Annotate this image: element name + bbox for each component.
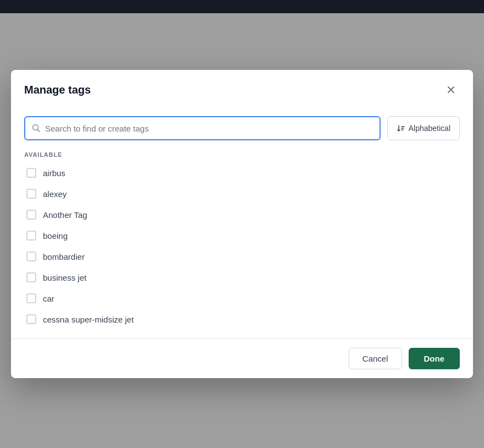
tag-item[interactable]: Another Tag [24, 204, 460, 225]
tag-item[interactable]: bombardier [24, 246, 460, 267]
sort-button[interactable]: Alphabetical [387, 116, 460, 140]
available-label: AVAILABLE [24, 151, 460, 158]
modal-footer: Cancel Done [11, 338, 473, 378]
tag-item[interactable]: airbus [24, 162, 460, 183]
tag-checkbox-alexey[interactable] [26, 189, 36, 199]
tag-checkbox-another-tag[interactable] [26, 210, 36, 220]
tag-checkbox-car[interactable] [26, 293, 36, 303]
tag-list: airbusalexeyAnother Tagboeingbombardierb… [24, 162, 460, 330]
modal-header: Manage tags [11, 70, 473, 107]
done-button[interactable]: Done [409, 348, 460, 369]
tag-label-airbus[interactable]: airbus [43, 168, 65, 178]
close-button[interactable] [442, 81, 460, 99]
modal-body: Alphabetical AVAILABLE airbusalexeyAnoth… [11, 107, 473, 338]
tag-item[interactable]: business jet [24, 267, 460, 288]
tag-checkbox-cessna-super-midsize-jet[interactable] [26, 314, 36, 324]
tag-label-bombardier[interactable]: bombardier [43, 252, 85, 261]
manage-tags-modal: Manage tags [11, 70, 473, 378]
tag-item[interactable]: alexey [24, 183, 460, 204]
search-icon [32, 124, 41, 133]
tag-item[interactable]: cessna super-midsize jet [24, 309, 460, 330]
tag-label-cessna-super-midsize-jet[interactable]: cessna super-midsize jet [43, 315, 134, 324]
tag-label-business-jet[interactable]: business jet [43, 273, 86, 282]
tag-item[interactable]: boeing [24, 225, 460, 246]
tag-label-car[interactable]: car [43, 294, 54, 303]
tag-checkbox-airbus[interactable] [26, 168, 36, 178]
tag-checkbox-bombardier[interactable] [26, 252, 36, 261]
sort-button-label: Alphabetical [409, 124, 450, 133]
search-row: Alphabetical [24, 116, 460, 140]
cancel-button[interactable]: Cancel [349, 348, 402, 369]
search-input-wrapper [24, 116, 381, 140]
tag-label-another-tag[interactable]: Another Tag [43, 210, 87, 220]
tag-label-boeing[interactable]: boeing [43, 231, 68, 241]
tag-label-alexey[interactable]: alexey [43, 189, 67, 199]
tag-item[interactable]: car [24, 288, 460, 309]
modal-title: Manage tags [24, 84, 91, 96]
sort-icon [397, 124, 405, 133]
tag-checkbox-business-jet[interactable] [26, 272, 36, 282]
close-icon [446, 85, 456, 95]
tag-checkbox-boeing[interactable] [26, 231, 36, 241]
modal-overlay: Manage tags [0, 0, 484, 448]
search-input[interactable] [45, 124, 373, 133]
